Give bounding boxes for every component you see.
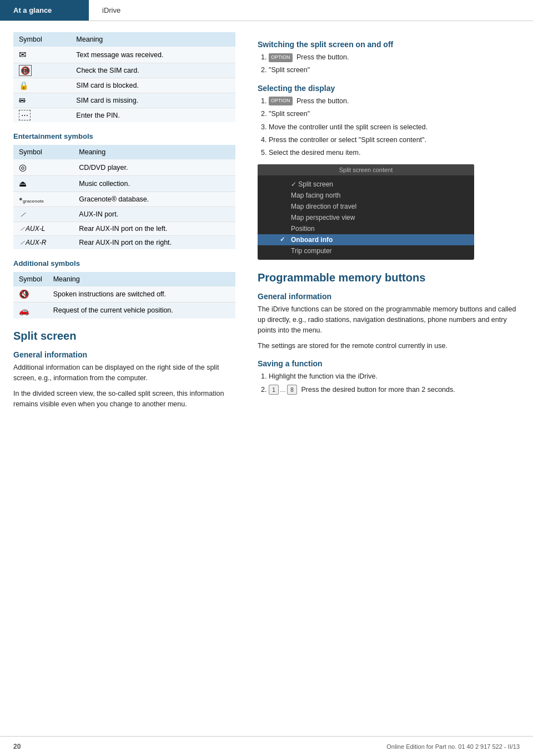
main-content: Symbol Meaning ✉ Text message was receiv… [0, 21, 533, 425]
meaning-cell: AUX-IN port. [73, 207, 235, 222]
entertainment-table: Symbol Meaning ◎ CD/DVD player. ⏏ Music … [13, 145, 235, 249]
list-item: OPTION Press the button. [269, 52, 520, 63]
meaning-cell: CD/DVD player. [73, 159, 235, 176]
table-row: ●gracenote Gracenote® database. [13, 192, 235, 207]
option-button-icon: OPTION [269, 53, 293, 62]
split-screen-menu-title: Split screen content [258, 164, 474, 175]
selecting-steps-list: OPTION Press the button. "Split screen" … [258, 96, 520, 159]
menu-item-map-direction: Map direction of travel [258, 201, 474, 212]
table-row: 🚗 Request of the current vehicle positio… [13, 303, 235, 319]
list-item: OPTION Press the button. [269, 96, 520, 107]
memory-button-icon: 1 … 8 [269, 385, 297, 395]
list-item: "Split screen" [269, 65, 520, 75]
meaning-cell: SIM card is blocked. [71, 78, 235, 93]
meaning-cell: Text message was received. [71, 47, 235, 63]
footer: 20 Online Edition for Part no. 01 40 2 9… [0, 736, 533, 756]
programmable-text1: The iDrive functions can be stored on th… [258, 304, 520, 336]
meaning-cell: Spoken instructions are switched off. [48, 286, 235, 303]
symbol-cell: 🚗 [13, 303, 48, 319]
menu-item-map-perspective: Map perspective view [258, 212, 474, 223]
symbol-cell: ⏏ [13, 176, 73, 192]
table-row: 📵 Check the SIM card. [13, 63, 235, 78]
table-row: ⟋AUX-R Rear AUX-IN port on the right. [13, 236, 235, 250]
saving-function-heading: Saving a function [258, 359, 520, 368]
meaning-cell: Enter the PIN. [71, 108, 235, 123]
list-item: Press the controller or select "Split sc… [269, 135, 520, 145]
option-button-icon-2: OPTION [269, 97, 293, 105]
symbol-cell: 📵 [13, 63, 71, 78]
meaning-cell: SIM card is missing. [71, 93, 235, 108]
list-item: 1 … 8 Press the desired button for more … [269, 385, 520, 395]
meaning-cell: Request of the current vehicle position. [48, 303, 235, 319]
programmable-heading: Programmable memory buttons [258, 271, 520, 284]
header-tab-idrive[interactable]: iDrive [89, 0, 134, 21]
additional-symbols-heading: Additional symbols [13, 259, 235, 268]
table-row: ⟋AUX-L Rear AUX-IN port on the left. [13, 222, 235, 236]
symbol-cell: ✉ [13, 93, 71, 108]
col-symbol: Symbol [13, 145, 73, 159]
symbol-cell: ⋯ [13, 108, 71, 123]
symbol-cell: 🔒 [13, 78, 71, 93]
symbol-cell: ⟋ [13, 207, 73, 222]
meaning-cell: Rear AUX-IN port on the left. [73, 222, 235, 236]
table-row: 🔒 SIM card is blocked. [13, 78, 235, 93]
meaning-cell: Music collection. [73, 176, 235, 192]
list-item: "Split screen" [269, 109, 520, 119]
menu-item-position: Position [258, 223, 474, 234]
header-tab-at-a-glance[interactable]: At a glance [0, 0, 89, 21]
list-item: Select the desired menu item. [269, 148, 520, 158]
list-item: Move the controller until the split scre… [269, 122, 520, 133]
meaning-cell: Gracenote® database. [73, 192, 235, 207]
table-row: ⋯ Enter the PIN. [13, 108, 235, 123]
col-meaning: Meaning [71, 32, 235, 47]
programmable-text2: The settings are stored for the remote c… [258, 341, 520, 351]
table-row: ◎ CD/DVD player. [13, 159, 235, 176]
meaning-cell: Rear AUX-IN port on the right. [73, 236, 235, 250]
saving-steps-list: Highlight the function via the iDrive. 1… [258, 371, 520, 395]
left-column: Symbol Meaning ✉ Text message was receiv… [13, 32, 252, 414]
selecting-display-heading: Selecting the display [258, 84, 520, 93]
entertainment-symbols-heading: Entertainment symbols [13, 132, 235, 140]
programmable-general-heading: General information [258, 292, 520, 301]
col-symbol: Symbol [13, 272, 48, 286]
table-row: ⟋ AUX-IN port. [13, 207, 235, 222]
symbols-table: Symbol Meaning ✉ Text message was receiv… [13, 32, 235, 122]
symbol-cell: ◎ [13, 159, 73, 176]
list-item: Highlight the function via the iDrive. [269, 371, 520, 382]
col-meaning: Meaning [48, 272, 235, 286]
menu-item-split-screen: ✓ Split screen [258, 179, 474, 190]
table-row: ⏏ Music collection. [13, 176, 235, 192]
switching-steps-list: OPTION Press the button. "Split screen" [258, 52, 520, 76]
split-screen-text2: In the divided screen view, the so-calle… [13, 389, 235, 410]
switching-heading: Switching the split screen on and off [258, 40, 520, 49]
page-number: 20 [13, 743, 21, 750]
additional-table: Symbol Meaning 🔇 Spoken instructions are… [13, 272, 235, 319]
split-screen-general-heading: General information [13, 350, 235, 359]
menu-item-trip-computer: Trip computer [258, 245, 474, 256]
meaning-cell: Check the SIM card. [71, 63, 235, 78]
split-screen-text1: Additional information can be displayed … [13, 362, 235, 384]
symbol-cell: ⟋AUX-R [13, 236, 73, 250]
menu-item-onboard-info: ✓ Onboard info [258, 234, 474, 245]
header: At a glance iDrive [0, 0, 533, 21]
symbol-cell: ✉ [13, 47, 71, 63]
symbol-cell: ●gracenote [13, 192, 73, 207]
table-row: 🔇 Spoken instructions are switched off. [13, 286, 235, 303]
split-screen-menu-list: ✓ Split screen Map facing north Map dire… [258, 175, 474, 260]
col-meaning: Meaning [73, 145, 235, 159]
right-column: Switching the split screen on and off OP… [252, 32, 520, 414]
col-symbol: Symbol [13, 32, 71, 47]
menu-item-map-north: Map facing north [258, 190, 474, 201]
table-row: ✉ Text message was received. [13, 47, 235, 63]
footer-right-text: Online Edition for Part no. 01 40 2 917 … [386, 743, 520, 750]
split-screen-heading: Split screen [13, 330, 235, 342]
split-screen-menu-image: Split screen content ✓ Split screen Map … [258, 164, 474, 260]
symbol-cell: 🔇 [13, 286, 48, 303]
symbol-cell: ⟋AUX-L [13, 222, 73, 236]
table-row: ✉ SIM card is missing. [13, 93, 235, 108]
